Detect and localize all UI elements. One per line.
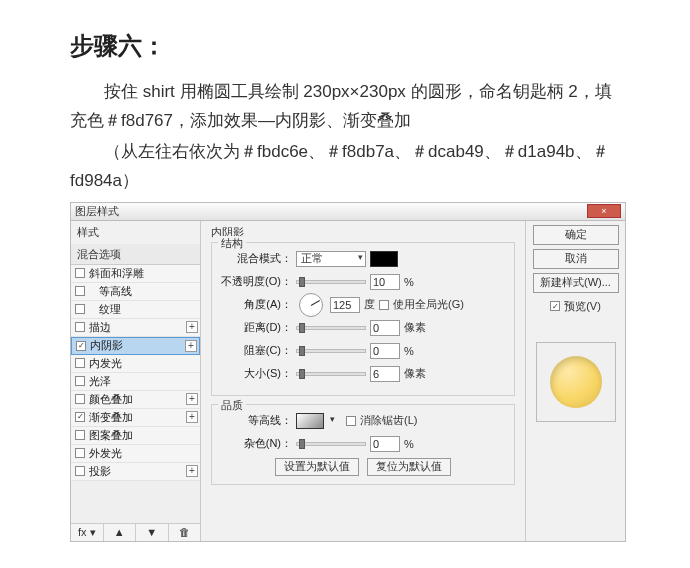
dialog-title: 图层样式 [75,204,119,219]
style-row-颜色叠加[interactable]: 颜色叠加+ [71,391,200,409]
opacity-field[interactable]: 10 [370,274,400,290]
noise-field[interactable]: 0 [370,436,400,452]
global-light-checkbox[interactable] [379,300,389,310]
move-down-button[interactable]: ▼ [136,524,169,541]
instruction-line-2: （从左往右依次为＃fbdc6e、＃f8db7a、＃dcab49、＃d1a94b、… [70,138,620,196]
style-checkbox[interactable] [76,341,86,351]
style-checkbox[interactable] [75,286,85,296]
size-slider[interactable] [296,372,366,376]
opacity-slider[interactable] [296,280,366,284]
noise-slider[interactable] [296,442,366,446]
cancel-button[interactable]: 取消 [533,249,619,269]
add-effect-icon[interactable]: + [186,411,198,423]
style-label: 纹理 [89,302,182,317]
spread-slider[interactable] [296,349,366,353]
style-label: 图案叠加 [89,428,182,443]
distance-unit: 像素 [404,320,426,335]
contour-picker[interactable] [296,413,324,429]
style-checkbox[interactable] [75,412,85,422]
style-row-等高线[interactable]: 等高线+ [71,283,200,301]
styles-sidebar: 样式 混合选项 斜面和浮雕+等高线+纹理+描边+内阴影+内发光+光泽+颜色叠加+… [71,221,201,541]
structure-group-label: 结构 [218,236,246,251]
spread-label: 阻塞(C)： [220,343,292,358]
quality-group-label: 品质 [218,398,246,413]
opacity-unit: % [404,276,414,288]
preview-box [536,342,616,422]
antialias-checkbox[interactable] [346,416,356,426]
style-checkbox[interactable] [75,448,85,458]
size-field[interactable]: 6 [370,366,400,382]
style-row-斜面和浮雕[interactable]: 斜面和浮雕+ [71,265,200,283]
spread-unit: % [404,345,414,357]
style-label: 颜色叠加 [89,392,182,407]
style-label: 等高线 [89,284,182,299]
style-row-内阴影[interactable]: 内阴影+ [71,337,200,355]
style-row-内发光[interactable]: 内发光+ [71,355,200,373]
shadow-color-swatch[interactable] [370,251,398,267]
style-label: 渐变叠加 [89,410,182,425]
move-up-button[interactable]: ▲ [104,524,137,541]
style-row-光泽[interactable]: 光泽+ [71,373,200,391]
add-effect-icon[interactable]: + [186,393,198,405]
layer-style-dialog: 图层样式 × 样式 混合选项 斜面和浮雕+等高线+纹理+描边+内阴影+内发光+光… [70,202,626,542]
add-effect-icon[interactable]: + [186,321,198,333]
angle-dial[interactable] [299,293,323,317]
style-row-图案叠加[interactable]: 图案叠加+ [71,427,200,445]
style-row-纹理[interactable]: 纹理+ [71,301,200,319]
style-label: 内发光 [89,356,182,371]
close-button[interactable]: × [587,204,621,218]
style-label: 内阴影 [90,338,181,353]
instruction-line-1: 按住 shirt 用椭圆工具绘制 230px×230px 的圆形，命名钥匙柄 2… [70,78,620,136]
blend-options-header[interactable]: 混合选项 [71,244,200,264]
style-row-渐变叠加[interactable]: 渐变叠加+ [71,409,200,427]
style-label: 光泽 [89,374,182,389]
add-effect-icon[interactable]: + [185,340,197,352]
contour-label: 等高线： [220,413,292,428]
style-checkbox[interactable] [75,376,85,386]
add-effect-icon[interactable]: + [186,465,198,477]
blend-mode-label: 混合模式： [220,251,292,266]
style-checkbox[interactable] [75,466,85,476]
distance-slider[interactable] [296,326,366,330]
global-light-label: 使用全局光(G) [393,297,464,312]
reset-default-button[interactable]: 复位为默认值 [367,458,451,476]
antialias-label: 消除锯齿(L) [360,413,417,428]
make-default-button[interactable]: 设置为默认值 [275,458,359,476]
opacity-label: 不透明度(O)： [220,274,292,289]
distance-field[interactable]: 0 [370,320,400,336]
angle-label: 角度(A)： [220,297,292,312]
style-label: 斜面和浮雕 [89,266,182,281]
dialog-titlebar: 图层样式 × [71,203,625,221]
dialog-action-column: 确定 取消 新建样式(W)... 预览(V) [525,221,625,541]
style-checkbox[interactable] [75,394,85,404]
ok-button[interactable]: 确定 [533,225,619,245]
style-row-外发光[interactable]: 外发光+ [71,445,200,463]
style-row-描边[interactable]: 描边+ [71,319,200,337]
spread-field[interactable]: 0 [370,343,400,359]
fx-menu-button[interactable]: fx ▾ [71,524,104,541]
style-checkbox[interactable] [75,322,85,332]
panel-title: 内阴影 [211,225,515,242]
size-label: 大小(S)： [220,366,292,381]
style-label: 描边 [89,320,182,335]
style-row-投影[interactable]: 投影+ [71,463,200,481]
style-checkbox[interactable] [75,268,85,278]
inner-shadow-panel: 内阴影 结构 混合模式： 正常 不透明度(O)： 10 % [201,221,525,541]
noise-unit: % [404,438,414,450]
step-title: 步骤六： [70,30,620,62]
angle-unit: 度 [364,297,375,312]
noise-label: 杂色(N)： [220,436,292,451]
delete-style-button[interactable]: 🗑 [169,524,201,541]
preview-checkbox[interactable] [550,301,560,311]
style-label: 外发光 [89,446,182,461]
style-checkbox[interactable] [75,358,85,368]
styles-header: 样式 [71,221,200,244]
new-style-button[interactable]: 新建样式(W)... [533,273,619,293]
blend-mode-dropdown[interactable]: 正常 [296,251,366,267]
angle-field[interactable]: 125 [330,297,360,313]
style-checkbox[interactable] [75,430,85,440]
preview-label: 预览(V) [564,299,601,314]
distance-label: 距离(D)： [220,320,292,335]
style-label: 投影 [89,464,182,479]
style-checkbox[interactable] [75,304,85,314]
